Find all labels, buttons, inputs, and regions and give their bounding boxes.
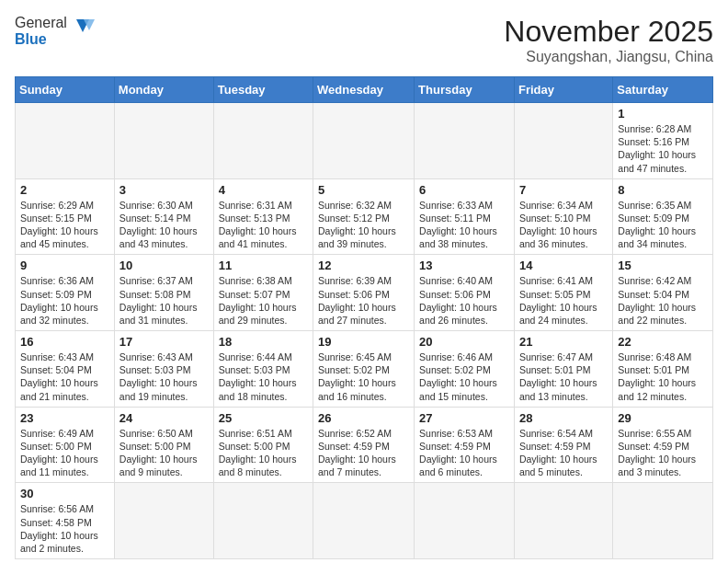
day-of-week-header: Friday xyxy=(514,77,612,103)
day-number: 25 xyxy=(219,411,308,425)
calendar-day-cell: 6Sunrise: 6:33 AM Sunset: 5:11 PM Daylig… xyxy=(415,178,515,255)
day-number: 10 xyxy=(119,259,209,272)
calendar-day-cell: 1Sunrise: 6:28 AM Sunset: 5:16 PM Daylig… xyxy=(613,103,713,179)
calendar-day-cell: 3Sunrise: 6:30 AM Sunset: 5:14 PM Daylig… xyxy=(114,178,213,255)
day-of-week-header: Wednesday xyxy=(313,77,415,103)
day-number: 6 xyxy=(419,183,509,197)
day-info: Sunrise: 6:37 AM Sunset: 5:08 PM Dayligh… xyxy=(119,274,209,327)
day-info: Sunrise: 6:36 AM Sunset: 5:09 PM Dayligh… xyxy=(20,274,109,327)
day-info: Sunrise: 6:30 AM Sunset: 5:14 PM Dayligh… xyxy=(119,199,209,251)
location-subtitle: Suyangshan, Jiangsu, China xyxy=(504,49,713,65)
day-number: 26 xyxy=(318,411,409,425)
calendar-day-cell: 2Sunrise: 6:29 AM Sunset: 5:15 PM Daylig… xyxy=(16,178,115,255)
calendar-day-cell xyxy=(114,103,213,179)
calendar-day-cell xyxy=(514,483,612,559)
day-of-week-header: Thursday xyxy=(415,77,515,103)
day-number: 8 xyxy=(618,183,708,197)
day-number: 12 xyxy=(318,259,409,272)
calendar-day-cell xyxy=(16,103,115,179)
day-info: Sunrise: 6:32 AM Sunset: 5:12 PM Dayligh… xyxy=(318,199,409,251)
day-number: 13 xyxy=(419,259,509,272)
day-number: 1 xyxy=(618,107,708,121)
calendar-day-cell: 17Sunrise: 6:43 AM Sunset: 5:03 PM Dayli… xyxy=(114,331,213,408)
calendar-day-cell: 12Sunrise: 6:39 AM Sunset: 5:06 PM Dayli… xyxy=(313,255,415,331)
calendar-day-cell: 24Sunrise: 6:50 AM Sunset: 5:00 PM Dayli… xyxy=(114,407,213,483)
logo-blue-text: Blue xyxy=(15,31,67,48)
calendar-week-row: 16Sunrise: 6:43 AM Sunset: 5:04 PM Dayli… xyxy=(16,331,713,408)
logo: General Blue xyxy=(15,15,97,47)
calendar-day-cell: 26Sunrise: 6:52 AM Sunset: 4:59 PM Dayli… xyxy=(313,407,415,483)
calendar-day-cell: 10Sunrise: 6:37 AM Sunset: 5:08 PM Dayli… xyxy=(114,255,213,331)
calendar-header-row: SundayMondayTuesdayWednesdayThursdayFrid… xyxy=(16,77,713,103)
day-number: 18 xyxy=(219,335,308,349)
day-info: Sunrise: 6:42 AM Sunset: 5:04 PM Dayligh… xyxy=(618,274,708,327)
day-number: 4 xyxy=(219,183,308,197)
day-info: Sunrise: 6:40 AM Sunset: 5:06 PM Dayligh… xyxy=(419,274,509,327)
calendar-day-cell xyxy=(415,103,515,179)
day-number: 11 xyxy=(219,259,308,272)
calendar-day-cell: 8Sunrise: 6:35 AM Sunset: 5:09 PM Daylig… xyxy=(613,178,713,255)
day-number: 16 xyxy=(20,335,109,349)
calendar-day-cell xyxy=(514,103,612,179)
calendar-day-cell: 27Sunrise: 6:53 AM Sunset: 4:59 PM Dayli… xyxy=(415,407,515,483)
calendar-day-cell: 9Sunrise: 6:36 AM Sunset: 5:09 PM Daylig… xyxy=(16,255,115,331)
day-number: 23 xyxy=(20,411,109,425)
day-info: Sunrise: 6:35 AM Sunset: 5:09 PM Dayligh… xyxy=(618,199,708,251)
day-number: 14 xyxy=(519,259,608,272)
calendar-week-row: 9Sunrise: 6:36 AM Sunset: 5:09 PM Daylig… xyxy=(16,255,713,331)
calendar-day-cell xyxy=(415,483,515,559)
day-number: 30 xyxy=(20,487,109,500)
calendar-day-cell xyxy=(613,483,713,559)
calendar-day-cell: 11Sunrise: 6:38 AM Sunset: 5:07 PM Dayli… xyxy=(213,255,313,331)
day-info: Sunrise: 6:48 AM Sunset: 5:01 PM Dayligh… xyxy=(618,350,708,403)
month-year-title: November 2025 xyxy=(504,15,713,49)
calendar-day-cell xyxy=(313,483,415,559)
calendar-day-cell xyxy=(313,103,415,179)
day-info: Sunrise: 6:47 AM Sunset: 5:01 PM Dayligh… xyxy=(519,350,608,403)
day-of-week-header: Saturday xyxy=(613,77,713,103)
day-number: 22 xyxy=(618,335,708,349)
day-info: Sunrise: 6:50 AM Sunset: 5:00 PM Dayligh… xyxy=(119,427,209,479)
day-number: 17 xyxy=(119,335,209,349)
calendar-day-cell xyxy=(213,103,313,179)
day-number: 15 xyxy=(618,259,708,272)
day-number: 3 xyxy=(119,183,209,197)
calendar-day-cell: 5Sunrise: 6:32 AM Sunset: 5:12 PM Daylig… xyxy=(313,178,415,255)
logo-general-text: General xyxy=(15,15,67,31)
day-info: Sunrise: 6:31 AM Sunset: 5:13 PM Dayligh… xyxy=(219,199,308,251)
calendar-day-cell xyxy=(213,483,313,559)
logo-text: General Blue xyxy=(15,15,67,47)
calendar-day-cell: 28Sunrise: 6:54 AM Sunset: 4:59 PM Dayli… xyxy=(514,407,612,483)
day-info: Sunrise: 6:43 AM Sunset: 5:04 PM Dayligh… xyxy=(20,350,109,403)
calendar-day-cell: 25Sunrise: 6:51 AM Sunset: 5:00 PM Dayli… xyxy=(213,407,313,483)
day-info: Sunrise: 6:55 AM Sunset: 4:59 PM Dayligh… xyxy=(618,427,708,479)
day-info: Sunrise: 6:51 AM Sunset: 5:00 PM Dayligh… xyxy=(219,427,308,479)
day-number: 20 xyxy=(419,335,509,349)
day-info: Sunrise: 6:29 AM Sunset: 5:15 PM Dayligh… xyxy=(20,199,109,251)
calendar-day-cell: 7Sunrise: 6:34 AM Sunset: 5:10 PM Daylig… xyxy=(514,178,612,255)
calendar-day-cell: 20Sunrise: 6:46 AM Sunset: 5:02 PM Dayli… xyxy=(415,331,515,408)
calendar-day-cell: 16Sunrise: 6:43 AM Sunset: 5:04 PM Dayli… xyxy=(16,331,115,408)
day-info: Sunrise: 6:53 AM Sunset: 4:59 PM Dayligh… xyxy=(419,427,509,479)
day-info: Sunrise: 6:54 AM Sunset: 4:59 PM Dayligh… xyxy=(519,427,608,479)
day-info: Sunrise: 6:28 AM Sunset: 5:16 PM Dayligh… xyxy=(618,122,708,175)
calendar-day-cell: 19Sunrise: 6:45 AM Sunset: 5:02 PM Dayli… xyxy=(313,331,415,408)
calendar-day-cell: 29Sunrise: 6:55 AM Sunset: 4:59 PM Dayli… xyxy=(613,407,713,483)
calendar-week-row: 30Sunrise: 6:56 AM Sunset: 4:58 PM Dayli… xyxy=(16,483,713,559)
calendar-day-cell: 22Sunrise: 6:48 AM Sunset: 5:01 PM Dayli… xyxy=(613,331,713,408)
day-of-week-header: Tuesday xyxy=(213,77,313,103)
logo-triangle-icon xyxy=(69,17,97,45)
calendar-day-cell: 30Sunrise: 6:56 AM Sunset: 4:58 PM Dayli… xyxy=(16,483,115,559)
day-number: 19 xyxy=(318,335,409,349)
day-number: 21 xyxy=(519,335,608,349)
day-info: Sunrise: 6:46 AM Sunset: 5:02 PM Dayligh… xyxy=(419,350,509,403)
calendar-week-row: 2Sunrise: 6:29 AM Sunset: 5:15 PM Daylig… xyxy=(16,178,713,255)
day-info: Sunrise: 6:38 AM Sunset: 5:07 PM Dayligh… xyxy=(219,274,308,327)
day-info: Sunrise: 6:49 AM Sunset: 5:00 PM Dayligh… xyxy=(20,427,109,479)
calendar-day-cell: 4Sunrise: 6:31 AM Sunset: 5:13 PM Daylig… xyxy=(213,178,313,255)
day-info: Sunrise: 6:34 AM Sunset: 5:10 PM Dayligh… xyxy=(519,199,608,251)
calendar-day-cell: 13Sunrise: 6:40 AM Sunset: 5:06 PM Dayli… xyxy=(415,255,515,331)
day-number: 28 xyxy=(519,411,608,425)
calendar-week-row: 23Sunrise: 6:49 AM Sunset: 5:00 PM Dayli… xyxy=(16,407,713,483)
day-info: Sunrise: 6:39 AM Sunset: 5:06 PM Dayligh… xyxy=(318,274,409,327)
